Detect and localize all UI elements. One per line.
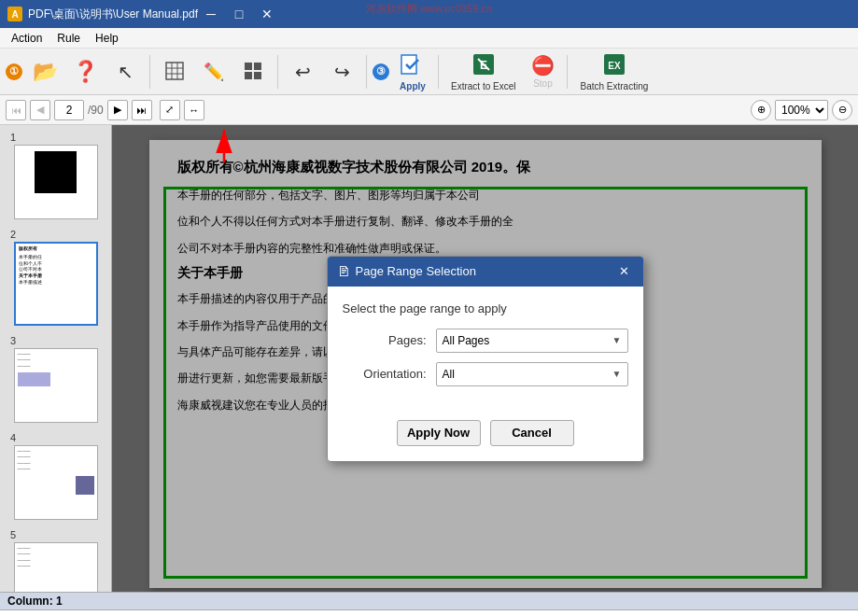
- page-number-input[interactable]: [54, 100, 84, 120]
- extract-label: Extract to Excel: [451, 81, 515, 91]
- redo-icon: ↪: [334, 61, 350, 83]
- svg-text:EX: EX: [608, 61, 621, 71]
- apply-button[interactable]: Apply: [393, 51, 432, 92]
- apply-icon: [400, 51, 426, 79]
- thumb-label-4: 4: [10, 432, 16, 443]
- apply-label: Apply: [400, 81, 426, 91]
- thumbnail-5[interactable]: 5 ───── ───── ───── ─────: [4, 526, 107, 592]
- svg-rect-7: [245, 72, 252, 79]
- thumb-img-2: 版权所有 本手册的任 位和个人不 公司不对本 关于本手册 本手册描述: [14, 242, 98, 326]
- undo-button[interactable]: ↩: [284, 51, 321, 92]
- batch-label: Batch Extracting: [580, 81, 648, 91]
- modal-orientation-label: Orientation:: [343, 367, 427, 381]
- thumbnail-3[interactable]: 3 ───── ───── ─────: [4, 332, 107, 426]
- grid-icon: [243, 61, 263, 83]
- edit-button[interactable]: ✏️: [195, 51, 232, 92]
- modal-orientation-value: All: [443, 368, 455, 381]
- table-select-icon: [164, 61, 185, 81]
- minimize-button[interactable]: ─: [198, 4, 224, 24]
- batch-icon: EX: [601, 51, 627, 79]
- svg-rect-6: [254, 63, 261, 70]
- thumb-img-4: ───── ───── ───── ─────: [14, 445, 98, 520]
- stop-button[interactable]: ⛔ Stop: [524, 51, 561, 92]
- prev-page-button[interactable]: ◀: [30, 100, 50, 120]
- toolbar-group-2: ③ Apply: [373, 51, 432, 92]
- modal-description: Select the page range to apply: [343, 301, 628, 315]
- separator-2: [277, 55, 278, 89]
- table-icon: [164, 61, 185, 83]
- page-total: /90: [88, 104, 104, 117]
- zoom-in-button[interactable]: ⊕: [751, 100, 771, 120]
- separator-4: [438, 55, 439, 89]
- thumb-label-1: 1: [10, 132, 16, 143]
- thumb-label-2: 2: [10, 229, 16, 240]
- separator-1: [149, 55, 150, 89]
- menu-help[interactable]: Help: [88, 30, 126, 47]
- thumb-img-5: ───── ───── ───── ─────: [14, 542, 98, 592]
- zoom-out-button[interactable]: ⊖: [832, 100, 852, 120]
- next-page-button[interactable]: ▶: [107, 100, 128, 120]
- separator-3: [366, 55, 367, 89]
- apply-icon-svg: [400, 51, 426, 77]
- badge-3: ③: [373, 63, 389, 80]
- redo-button[interactable]: ↪: [323, 51, 360, 92]
- bottom-panel: Column: 1 本手册的任何... 位和个人不得... 公司不对本手... …: [0, 592, 858, 616]
- last-page-button[interactable]: ⏭: [132, 100, 152, 120]
- modal-icon: 🖹: [337, 264, 350, 279]
- menubar: Action Rule Help: [0, 28, 858, 49]
- cursor-button[interactable]: ↖: [106, 51, 144, 92]
- modal-orientation-row: Orientation: All ▼: [343, 362, 628, 386]
- thumb-label-3: 3: [10, 335, 16, 346]
- extract-button[interactable]: E Extract to Excel: [444, 51, 522, 92]
- thumbnail-2[interactable]: 2 版权所有 本手册的任 位和个人不 公司不对本 关于本手册 本手册描述: [4, 226, 107, 329]
- maximize-button[interactable]: □: [226, 4, 252, 24]
- badge-1: ①: [6, 63, 22, 80]
- grid-button[interactable]: [234, 51, 272, 92]
- window-controls: ─ □ ✕: [198, 4, 280, 24]
- modal-orientation-select[interactable]: All ▼: [436, 362, 628, 386]
- menu-action[interactable]: Action: [4, 30, 49, 47]
- undo-icon: ↩: [295, 61, 311, 83]
- fit-page-button[interactable]: ⤢: [160, 100, 180, 120]
- thumb-img-1: [14, 145, 98, 219]
- modal-pages-value: All Pages: [443, 334, 490, 347]
- first-page-button[interactable]: ⏮: [6, 100, 26, 120]
- thumbnail-4[interactable]: 4 ───── ───── ───── ─────: [4, 429, 107, 523]
- open-file-button[interactable]: 📂: [26, 51, 64, 92]
- modal-close-button[interactable]: ✕: [615, 262, 634, 281]
- batch-icon-svg: EX: [601, 51, 627, 77]
- svg-rect-0: [166, 63, 183, 79]
- modal-pages-row: Pages: All Pages ▼: [343, 329, 628, 353]
- thumbnails-panel: 1 2 版权所有 本手册的任 位和个人不 公司不对本 关于本手册 本手册描述 3: [0, 125, 112, 592]
- stop-icon: ⛔: [531, 54, 555, 77]
- extract-icon: E: [471, 51, 497, 79]
- help-button[interactable]: ❓: [66, 51, 105, 92]
- zoom-select[interactable]: 100% 50% 75% 125% 150% 200%: [775, 100, 828, 120]
- titlebar: A PDF\桌面\说明书\User Manual.pdf ─ □ ✕: [0, 0, 858, 28]
- fit-width-button[interactable]: ↔: [184, 100, 204, 120]
- main-area: 1 2 版权所有 本手册的任 位和个人不 公司不对本 关于本手册 本手册描述 3: [0, 125, 858, 592]
- modal-body: Select the page range to apply Pages: Al…: [328, 287, 643, 411]
- batch-button[interactable]: EX Batch Extracting: [573, 51, 654, 92]
- svg-rect-8: [254, 72, 261, 79]
- modal-dialog: 🖹 Page Range Selection ✕ Select the page…: [327, 256, 644, 462]
- thumb-label-5: 5: [10, 529, 16, 540]
- toolbar-group-1: ① 📂 ❓ ↖: [6, 51, 144, 92]
- close-button[interactable]: ✕: [254, 4, 280, 24]
- modal-pages-select[interactable]: All Pages ▼: [436, 329, 628, 353]
- stop-label: Stop: [533, 78, 553, 89]
- column-header: Column: 1: [0, 593, 858, 610]
- modal-title: Page Range Selection: [356, 264, 476, 278]
- pdf-view[interactable]: 版权所有©杭州海康威视数字技术股份有限公司 2019。保 本手册的任何部分，包括…: [112, 125, 858, 592]
- help-icon: ❓: [73, 60, 98, 84]
- table-select-button[interactable]: [156, 51, 193, 92]
- edit-icon: ✏️: [204, 62, 224, 82]
- thumbnail-1[interactable]: 1: [4, 129, 107, 222]
- modal-footer: Apply Now Cancel: [328, 411, 643, 461]
- separator-5: [567, 55, 568, 89]
- apply-now-button[interactable]: Apply Now: [397, 420, 481, 446]
- thumb-img-3: ───── ───── ─────: [14, 348, 98, 423]
- cancel-button[interactable]: Cancel: [490, 420, 574, 446]
- menu-rule[interactable]: Rule: [49, 30, 88, 47]
- extract-icon-svg: E: [471, 51, 497, 77]
